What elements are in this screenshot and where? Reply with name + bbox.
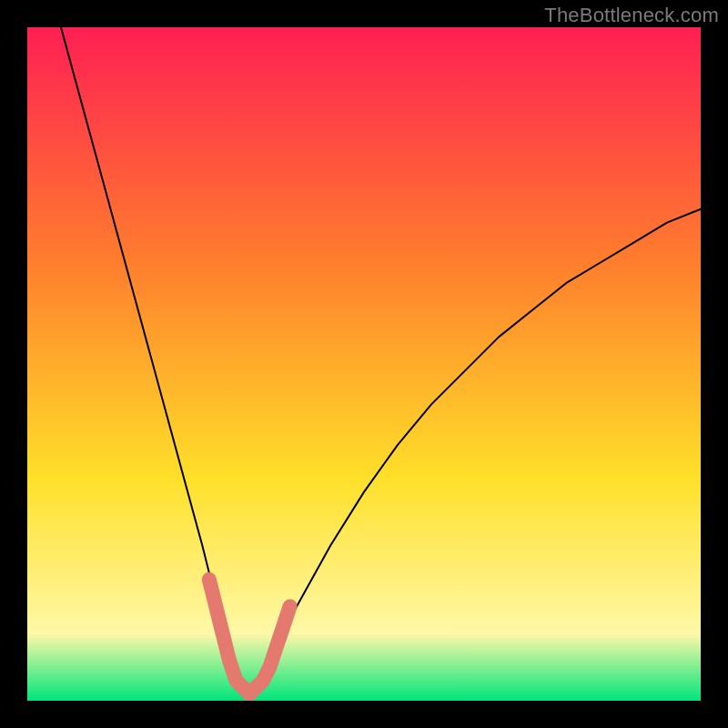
watermark-label: TheBottleneck.com <box>544 4 719 27</box>
chart-frame: TheBottleneck.com <box>0 0 728 728</box>
gradient-background <box>27 27 701 701</box>
bottleneck-plot <box>27 27 701 701</box>
